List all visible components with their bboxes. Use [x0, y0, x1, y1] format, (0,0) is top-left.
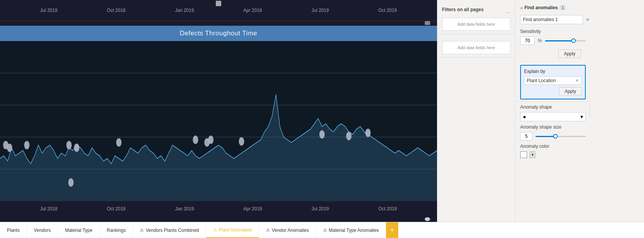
scroll-thumb-top [425, 21, 430, 25]
anomaly-close-button[interactable]: × [585, 16, 590, 23]
scroll-bar-top[interactable] [3, 21, 434, 25]
tab-mta-label: Material Type Anomalies [329, 228, 379, 233]
tab-vendor-anomalies[interactable]: ⚠ Vendor Anomalies [259, 222, 316, 238]
bottom-axis-label-5: Jul 2019 [311, 206, 329, 212]
anomaly-marker [116, 138, 122, 147]
size-slider-fill [536, 136, 555, 137]
tab-vpc-label: Vendors Plants Combined [146, 228, 199, 233]
anomaly-shape-section: Anomaly shape ● ▾ Anomaly shape size Ano… [516, 101, 590, 161]
anomaly-shape-label: Anomaly shape [520, 104, 586, 110]
tab-pa-label: Plant Anomalies [219, 227, 252, 233]
explain-by-label: Explain by [524, 69, 582, 74]
tab-material-type-anomalies[interactable]: ⚠ Material Type Anomalies [316, 222, 386, 238]
anomaly-shape-select[interactable]: ● ▾ [520, 112, 586, 121]
anomaly-marker [193, 136, 198, 144]
anomaly-marker [68, 178, 74, 187]
top-axis-label-3: Jan 2019 [175, 8, 194, 13]
anomaly-color-label: Anomaly color [520, 144, 586, 149]
chart-title: Defects Throughout Time [180, 30, 257, 37]
filter-add-all-pages[interactable]: Add data fields here [442, 18, 511, 31]
bottom-axis-label-4: Apr 2019 [243, 206, 262, 212]
main-area: Jul 2018 Oct 2018 Jan 2019 Apr 2019 Jul … [0, 0, 644, 222]
slider-fill [545, 40, 573, 41]
tab-vendors-plants-combined[interactable]: ⚠ Vendors Plants Combined [133, 222, 206, 238]
bottom-axis-label-6: Oct 2019 [378, 206, 397, 212]
tab-plants[interactable]: Plants [0, 222, 27, 238]
sensitivity-slider[interactable] [545, 37, 586, 45]
explain-tag-text: Plant Location [527, 78, 556, 83]
tab-va-label: Vendor Anomalies [272, 228, 309, 233]
scroll-bar-bottom[interactable] [3, 217, 434, 221]
right-panel: › ∧ Find anomalies 1 × Sensitivity % [516, 0, 590, 222]
tab-add-button[interactable]: + [386, 222, 398, 238]
top-axis-label-5: Jul 2019 [311, 8, 329, 13]
chart-area: Jul 2018 Oct 2018 Jan 2019 Apr 2019 Jul … [0, 0, 437, 222]
anomaly-name-input[interactable] [520, 15, 583, 24]
filter-section-all-pages: Filters on all pages ... Add data fields… [437, 4, 515, 34]
apply-explain-button[interactable]: Apply [559, 87, 582, 96]
top-axis-label-2: Oct 2018 [107, 8, 126, 13]
shape-size-row [520, 132, 586, 140]
anomaly-name-row: × [516, 13, 590, 26]
filter-add-visual[interactable]: Add data fields here [442, 41, 511, 54]
chevron-icon[interactable]: ∧ [520, 6, 523, 10]
explain-by-box: Explain by Plant Location × Apply [520, 65, 586, 99]
sensitivity-label: Sensitivity [520, 29, 586, 34]
bottom-axis-label-2: Oct 2018 [107, 206, 126, 212]
color-swatch[interactable] [520, 151, 527, 158]
scroll-thumb-bottom [425, 217, 430, 221]
size-slider-track [536, 136, 586, 137]
chart-main [0, 41, 437, 201]
bottom-tabs: Plants Vendors Material Type Rankings ⚠ … [0, 222, 644, 238]
chart-top-axis: Jul 2018 Oct 2018 Jan 2019 Apr 2019 Jul … [0, 0, 437, 21]
tab-pa-icon: ⚠ [213, 227, 217, 232]
tab-mta-icon: ⚠ [323, 228, 327, 233]
chart-bottom-axis: Jul 2018 Oct 2018 Jan 2019 Apr 2019 Jul … [0, 201, 437, 217]
color-dropdown-button[interactable]: ▾ [529, 151, 536, 158]
tab-rankings-label: Rankings [107, 228, 126, 233]
shape-size-input[interactable] [520, 132, 532, 140]
chart-svg [0, 41, 437, 201]
bottom-axis-label-3: Jan 2019 [175, 206, 194, 212]
sensitivity-row: % [520, 36, 586, 45]
top-scroll-dot [216, 1, 221, 6]
tab-vpc-icon: ⚠ [140, 228, 144, 233]
anomaly-marker [66, 141, 72, 149]
top-axis-label-6: Oct 2019 [378, 8, 397, 13]
anomaly-marker [365, 129, 371, 137]
slider-track [545, 40, 586, 41]
expand-arrow[interactable]: › [590, 105, 590, 117]
anomaly-marker [74, 144, 79, 152]
tab-add-icon: + [390, 226, 394, 234]
anomaly-marker [7, 144, 12, 152]
find-anomalies-title: Find anomalies [524, 5, 558, 10]
tab-vendors[interactable]: Vendors [27, 222, 58, 238]
shape-value: ● [523, 114, 526, 120]
anomaly-marker [239, 137, 244, 145]
filter-section-visual: Add data fields here [437, 38, 515, 58]
anomaly-count-badge: 1 [559, 5, 566, 10]
chart-title-bar: Defects Throughout Time [0, 26, 437, 41]
filter-dots[interactable]: ... [506, 8, 511, 14]
tab-material-type[interactable]: Material Type [58, 222, 100, 238]
explain-by-tag: Plant Location × [524, 76, 582, 85]
tab-vendors-label: Vendors [34, 228, 51, 233]
filter-panel: Filters on all pages ... Add data fields… [437, 0, 516, 222]
anomaly-shape-size-label: Anomaly shape size [520, 124, 586, 130]
apply2-row: Apply [524, 87, 582, 96]
apply-sensitivity-button[interactable]: Apply [558, 50, 581, 58]
tab-rankings[interactable]: Rankings [100, 222, 133, 238]
sensitivity-section: Sensitivity % [516, 26, 590, 48]
sensitivity-input[interactable] [520, 36, 535, 45]
anomaly-marker [346, 132, 352, 140]
shape-size-slider[interactable] [536, 132, 586, 140]
bottom-axis-labels: Jul 2018 Oct 2018 Jan 2019 Apr 2019 Jul … [0, 206, 437, 212]
explain-tag-close-button[interactable]: × [575, 78, 579, 83]
top-axis-label-4: Apr 2019 [243, 8, 262, 13]
anomaly-header-left: ∧ Find anomalies 1 [520, 5, 566, 10]
filter-all-pages-title: Filters on all pages [442, 7, 484, 12]
color-picker-row: ▾ [520, 151, 586, 158]
anomaly-marker [208, 136, 214, 144]
tab-plant-anomalies[interactable]: ⚠ Plant Anomalies [206, 222, 259, 238]
anomaly-marker [319, 130, 325, 139]
